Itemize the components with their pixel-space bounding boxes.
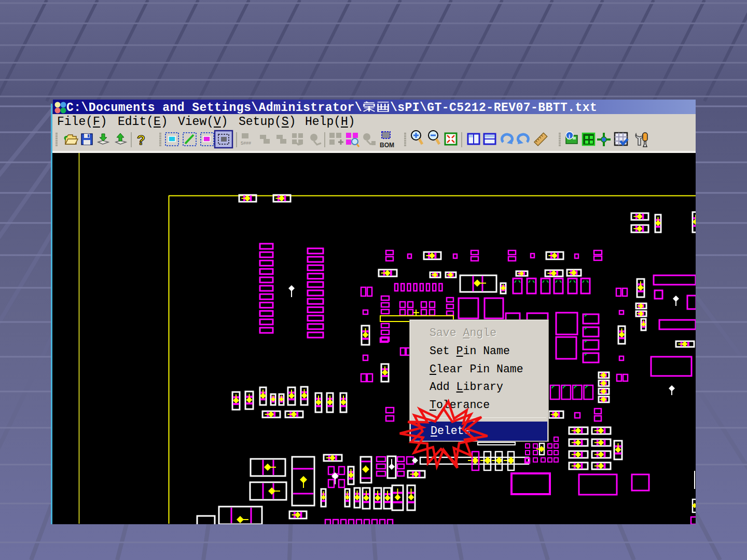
svg-text:5###: 5###: [241, 141, 251, 146]
svg-text:i: i: [569, 133, 570, 139]
svg-text:BOM: BOM: [380, 142, 394, 149]
svg-text:?: ?: [137, 132, 145, 148]
